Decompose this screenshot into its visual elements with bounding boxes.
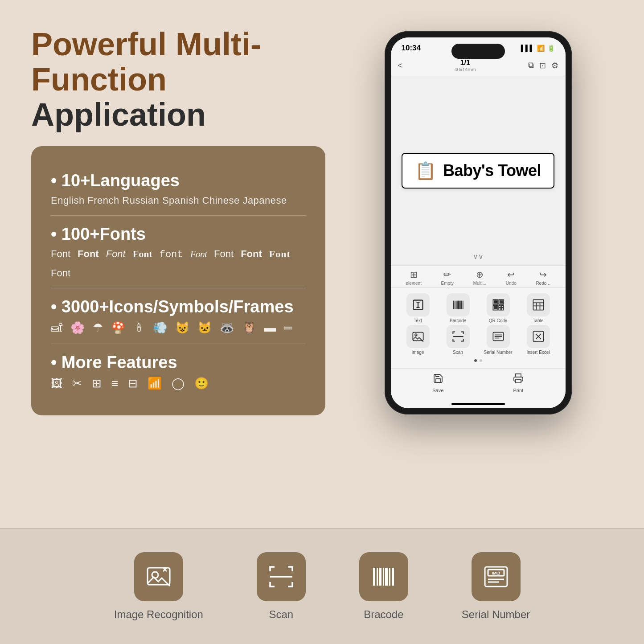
svg-rect-32 <box>516 379 521 383</box>
serial-icon-box: IMEI <box>472 552 521 601</box>
barcode-icon-box <box>359 552 408 601</box>
table-func-icon <box>527 293 550 316</box>
func-row-2: Image Scan <box>398 325 558 355</box>
bottom-bar: Save Print <box>391 368 566 399</box>
print-label: Print <box>513 388 523 393</box>
svg-rect-10 <box>494 301 496 304</box>
toolbar-element[interactable]: ⊞ element <box>406 269 422 286</box>
save-icon <box>433 373 443 386</box>
svg-rect-17 <box>499 308 501 310</box>
svg-rect-37 <box>377 568 378 586</box>
svg-rect-19 <box>533 299 543 310</box>
table-func-label: Table <box>533 318 544 323</box>
feature-card: • 10+Languages English French Russian Sp… <box>31 146 325 415</box>
back-button[interactable]: < <box>398 61 403 70</box>
barcode-func-icon <box>447 293 470 316</box>
toolbar-redo[interactable]: ↪ Redo... <box>536 269 550 286</box>
more-icon-wifi: 📶 <box>148 377 162 390</box>
save-label: Save <box>432 388 443 393</box>
serial-number-label: Serial Number <box>462 608 530 621</box>
top-section: Powerful Multi-Function Application • 10… <box>0 0 644 528</box>
headline-line1: Powerful Multi-Function <box>31 27 325 97</box>
label-preview-icon: 📋 <box>415 161 436 180</box>
undo-label: Undo <box>506 281 517 286</box>
toolbar: ⊞ element ✏ Empty ⊕ Multi... ↩ <box>391 266 566 288</box>
svg-rect-3 <box>455 301 456 309</box>
excel-func-label: Insert Excel <box>526 350 550 355</box>
right-panel: 10:34 ▌▌▌ 📶 🔋 < 1/1 40x14mm <box>339 27 617 510</box>
sym-flower: 🌸 <box>70 321 85 335</box>
barcode-func-label: Barcode <box>450 318 466 323</box>
feature-icons-title: • 3000+Icons/Symbols/Frames <box>51 297 306 316</box>
sym-frame2: ═ <box>284 321 292 335</box>
zoom-icon[interactable]: ⊡ <box>539 61 546 70</box>
more-icon-table: ⊟ <box>128 377 138 390</box>
svg-rect-12 <box>500 301 502 304</box>
func-barcode[interactable]: Barcode <box>440 293 476 323</box>
print-button[interactable]: Print <box>513 373 524 393</box>
save-button[interactable]: Save <box>432 373 443 393</box>
scan-func-label: Scan <box>453 350 463 355</box>
excel-func-icon <box>527 325 550 348</box>
status-time: 10:34 <box>402 44 421 53</box>
font-sample-10: Font <box>51 267 70 279</box>
font-sample-3: Font <box>106 248 126 260</box>
toolbar-empty[interactable]: ✏ Empty <box>441 269 454 286</box>
font-sample-1: Font <box>51 248 70 260</box>
func-row-1: Text <box>398 293 558 323</box>
dot-2 <box>480 359 482 362</box>
qrcode-func-icon <box>487 293 510 316</box>
page-dots <box>398 357 558 363</box>
svg-rect-36 <box>373 568 375 586</box>
phone-mockup: 10:34 ▌▌▌ 📶 🔋 < 1/1 40x14mm <box>385 31 572 414</box>
scan-label: Scan <box>269 608 294 621</box>
print-icon <box>513 373 524 386</box>
canvas-area[interactable]: 📋 Baby's Towel ∨∨ <box>391 76 566 266</box>
feature-more-title: • More Features <box>51 353 306 372</box>
battery-icon: 🔋 <box>547 45 555 52</box>
serial-func-icon <box>487 325 510 348</box>
func-table[interactable]: Table <box>521 293 556 323</box>
sym-face3: 🦝 <box>220 321 234 335</box>
element-icon: ⊞ <box>410 269 418 280</box>
func-qrcode[interactable]: QR Code <box>480 293 516 323</box>
settings-icon[interactable]: ⚙ <box>551 61 558 70</box>
toolbar-undo[interactable]: ↩ Undo <box>506 269 517 286</box>
func-image[interactable]: Image <box>400 325 436 355</box>
more-icon-list: ≡ <box>111 377 118 390</box>
qrcode-func-label: QR Code <box>489 318 508 323</box>
more-icon-image: 🖼 <box>51 377 62 390</box>
svg-rect-15 <box>499 305 501 308</box>
image-func-label: Image <box>412 350 424 355</box>
more-icon-qr: ⊞ <box>92 377 102 390</box>
sym-candle: 🕯 <box>133 321 145 335</box>
font-sample-8: Font <box>241 248 262 260</box>
empty-icon: ✏ <box>443 269 451 280</box>
func-excel[interactable]: Insert Excel <box>521 325 556 355</box>
func-text[interactable]: Text <box>400 293 436 323</box>
icons-symbols-row: 🛋 🌸 ☂ 🍄 🕯 💨 😺 🐱 🦝 🦉 ▬ ═ <box>51 321 306 335</box>
feature-languages-subtitle: English French Russian Spanish Chinese J… <box>51 195 306 206</box>
wifi-icon: 📶 <box>537 45 545 52</box>
sym-owl: 🦉 <box>242 321 256 335</box>
toolbar-multi[interactable]: ⊕ Multi... <box>473 269 486 286</box>
image-func-icon <box>406 325 430 348</box>
svg-rect-8 <box>463 301 463 309</box>
sym-face1: 😺 <box>175 321 189 335</box>
chevron-down-icon: ∨∨ <box>473 252 484 261</box>
svg-rect-5 <box>458 301 460 309</box>
element-label: element <box>406 281 422 286</box>
func-serial[interactable]: Serial Number <box>480 325 516 355</box>
label-preview: 📋 Baby's Towel <box>402 153 554 189</box>
headline-line2: Application <box>31 97 325 132</box>
font-sample-6: Font <box>190 248 207 260</box>
copy-icon[interactable]: ⧉ <box>528 61 534 70</box>
redo-icon: ↪ <box>539 269 547 280</box>
svg-rect-24 <box>413 332 423 341</box>
status-icons: ▌▌▌ 📶 🔋 <box>521 45 555 52</box>
func-scan[interactable]: Scan <box>440 325 476 355</box>
font-sample-7: Font <box>214 248 234 260</box>
label-size: 40x14mm <box>455 67 476 72</box>
more-icon-smile: 🙂 <box>194 377 209 390</box>
svg-rect-18 <box>501 308 504 310</box>
